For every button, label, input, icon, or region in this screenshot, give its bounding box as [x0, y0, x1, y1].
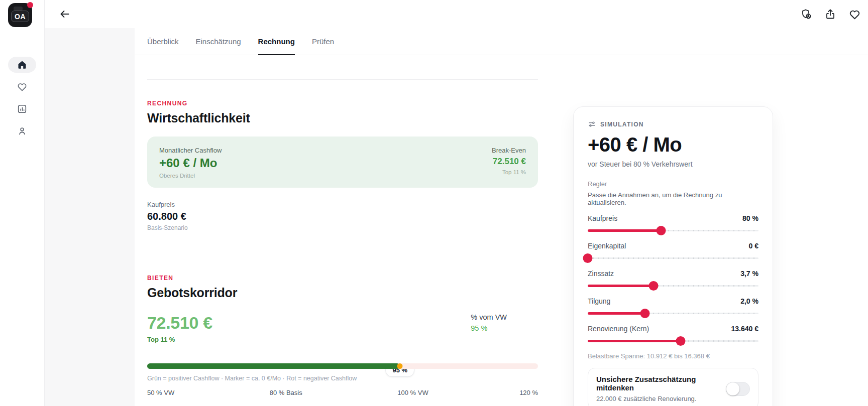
- back-button[interactable]: [57, 6, 73, 22]
- slider-value: 0 €: [749, 242, 758, 250]
- slider-label: Zinssatz: [588, 269, 614, 278]
- sidebar-item-favorites[interactable]: [8, 79, 36, 95]
- left-sidebar: OA: [0, 0, 45, 406]
- slider-kaufpreis: Kaufpreis 80 %: [588, 214, 758, 235]
- gauge-marker-dot: [397, 363, 403, 369]
- vw-block: % vom VW 95 %: [471, 313, 507, 332]
- slider-thumb[interactable]: [583, 253, 593, 263]
- slider-renovierung: Renovierung (Kern) 13.640 €: [588, 325, 758, 346]
- heart-icon: [17, 81, 28, 92]
- app-logo-text: OA: [11, 11, 29, 22]
- tab-rechnung[interactable]: Rechnung: [258, 28, 295, 55]
- scale-tick: 120 %: [519, 389, 538, 396]
- slider-zinssatz: Zinssatz 3,7 %: [588, 269, 758, 291]
- slider-thumb[interactable]: [640, 309, 649, 318]
- scale-tick: 50 % VW: [147, 389, 174, 396]
- cashflow-sub: Oberes Drittel: [159, 173, 222, 179]
- gauge-fill: [147, 363, 400, 369]
- bid-gauge: 95 % Grün = positiver Cashflow · Marker …: [147, 363, 538, 397]
- slider-eigenkapital: Eigenkapital 0 €: [588, 242, 758, 263]
- tab-pruefen[interactable]: Prüfen: [312, 28, 334, 55]
- tab-bar: Überblick Einschätzung Rechnung Prüfen: [135, 28, 868, 55]
- uncertainty-toggle-card: Unsichere Zusatzschätzung mitdenken 22.0…: [588, 368, 758, 406]
- slider-thumb[interactable]: [648, 281, 658, 291]
- bar-chart-icon: [17, 103, 28, 114]
- person-icon: [17, 125, 28, 137]
- section-title: Gebotskorridor: [147, 286, 538, 300]
- slider-thumb[interactable]: [676, 336, 686, 346]
- simulation-title: SIMULATION: [600, 121, 644, 128]
- slider-thumb[interactable]: [657, 226, 666, 235]
- slider-label: Renovierung (Kern): [588, 325, 649, 333]
- notification-dot: [27, 2, 33, 8]
- heart-icon: [848, 8, 861, 21]
- slider-list: Kaufpreis 80 % Eigenkapital 0 €: [588, 214, 758, 346]
- slider-track[interactable]: [588, 309, 758, 318]
- top-bar: [45, 0, 868, 28]
- scale-tick: 100 % VW: [397, 389, 428, 396]
- tab-ueberblick[interactable]: Überblick: [147, 28, 179, 55]
- share-button[interactable]: [824, 8, 837, 21]
- sidebar-item-analytics[interactable]: [8, 101, 36, 117]
- sidebar-item-profile[interactable]: [8, 123, 36, 139]
- scale-tick: 80 % Basis: [270, 389, 302, 396]
- gauge-scale: 50 % VW 80 % Basis 100 % VW 120 %: [147, 389, 538, 397]
- section-eyebrow: RECHNUNG: [147, 100, 538, 107]
- share-icon: [824, 8, 836, 20]
- section-title: Wirtschaftlichkeit: [147, 111, 538, 125]
- gauge-bar: [147, 363, 538, 369]
- slider-label: Tilgung: [588, 297, 610, 305]
- simulation-header: SIMULATION: [588, 120, 758, 128]
- toggle-sub: 22.000 € zusätzliche Renovierung.: [596, 395, 720, 402]
- home-icon: [17, 59, 28, 70]
- slider-value: 2,0 %: [740, 297, 758, 305]
- left-gutter: [45, 28, 135, 406]
- slider-tilgung: Tilgung 2,0 %: [588, 297, 758, 318]
- slider-track[interactable]: [588, 253, 758, 263]
- cashflow-value: +60 € / Mo: [159, 156, 222, 170]
- slider-track[interactable]: [588, 336, 758, 346]
- shield-user-icon: [800, 8, 812, 20]
- kaufpreis-block: Kaufpreis 60.800 € Basis-Szenario: [147, 201, 538, 231]
- sidebar-item-home[interactable]: [8, 57, 36, 73]
- verify-button[interactable]: [800, 8, 813, 21]
- slider-track[interactable]: [588, 281, 758, 291]
- cashflow-label: Monatlicher Cashflow: [159, 147, 222, 154]
- section-divider: [147, 79, 538, 80]
- tab-einschaetzung[interactable]: Einschätzung: [196, 28, 241, 55]
- toggle-texts: Unsichere Zusatzschätzung mitdenken 22.0…: [596, 375, 720, 402]
- sliders-icon: [588, 120, 596, 128]
- vw-label: % vom VW: [471, 313, 507, 321]
- app-logo[interactable]: OA: [8, 3, 32, 27]
- gauge-caption: Grün = positiver Cashflow · Marker = ca.…: [147, 375, 538, 382]
- kaufpreis-value: 60.800 €: [147, 211, 538, 222]
- controls-label: Regler: [588, 180, 758, 188]
- breakeven-value: 72.510 €: [492, 157, 526, 167]
- topbar-actions: [800, 8, 868, 21]
- slider-value: 13.640 €: [731, 325, 759, 333]
- section-eyebrow: BIETEN: [147, 275, 538, 282]
- controls-hint: Passe die Annahmen an, um die Rechnung z…: [588, 191, 758, 206]
- kaufpreis-label: Kaufpreis: [147, 201, 538, 208]
- slider-track[interactable]: [588, 226, 758, 235]
- sidebar-nav: [0, 57, 44, 139]
- app-logo-camera-shape: [14, 7, 23, 11]
- bid-amount: 72.510 €: [147, 313, 212, 333]
- slider-value: 80 %: [742, 214, 758, 222]
- range-note: Belastbare Spanne: 10.912 € bis 16.368 €: [588, 352, 758, 360]
- breakeven-sub: Top 11 %: [492, 169, 526, 175]
- uncertainty-toggle-switch[interactable]: [726, 382, 750, 396]
- cashflow-left: Monatlicher Cashflow +60 € / Mo Oberes D…: [159, 147, 222, 179]
- breakeven-label: Break-Even: [492, 147, 526, 154]
- favorite-button[interactable]: [848, 8, 861, 21]
- section-gebotskorridor: BIETEN Gebotskorridor 72.510 € Top 11 % …: [147, 275, 538, 406]
- section-wirtschaftlichkeit: RECHNUNG Wirtschaftlichkeit Monatlicher …: [147, 100, 538, 231]
- slider-label: Eigenkapital: [588, 242, 626, 250]
- vw-value: 95 %: [471, 324, 507, 332]
- simulation-value: +60 € / Mo: [588, 133, 758, 156]
- breakeven-right: Break-Even 72.510 € Top 11 %: [492, 147, 526, 175]
- simulation-panel: SIMULATION +60 € / Mo vor Steuer bei 80 …: [573, 106, 773, 406]
- bid-amount-row: 72.510 € Top 11 % % vom VW 95 %: [147, 313, 538, 343]
- toggle-title: Unsichere Zusatzschätzung mitdenken: [596, 375, 720, 392]
- toggle-knob: [726, 382, 739, 395]
